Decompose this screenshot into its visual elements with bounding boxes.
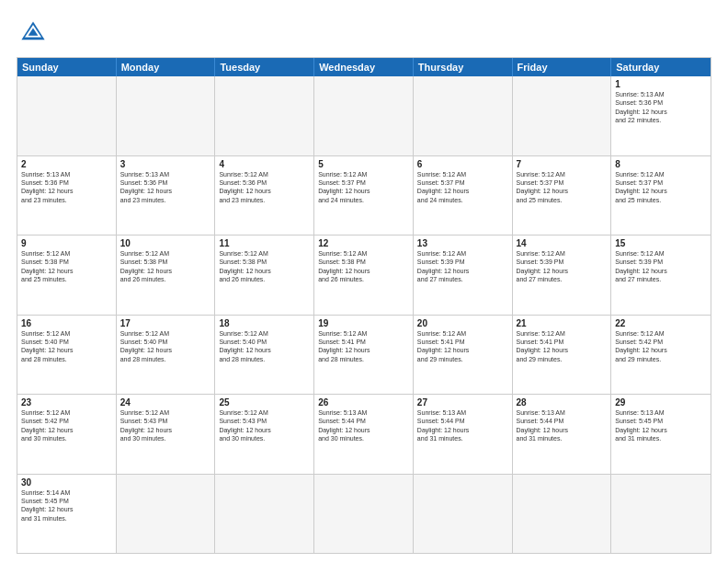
calendar-cell xyxy=(215,475,314,554)
day-number: 24 xyxy=(120,397,211,408)
calendar-cell: 30Sunrise: 5:14 AM Sunset: 5:45 PM Dayli… xyxy=(17,475,117,554)
day-number: 19 xyxy=(318,318,409,328)
day-number: 4 xyxy=(219,159,310,169)
weekday-header: Saturday xyxy=(611,58,711,76)
calendar-cell: 19Sunrise: 5:12 AM Sunset: 5:41 PM Dayli… xyxy=(314,316,414,395)
calendar-cell xyxy=(513,475,612,554)
day-info: Sunrise: 5:13 AM Sunset: 5:36 PM Dayligh… xyxy=(120,170,211,205)
day-number: 1 xyxy=(615,79,707,89)
day-number: 18 xyxy=(219,318,310,328)
day-number: 15 xyxy=(615,238,707,248)
day-info: Sunrise: 5:12 AM Sunset: 5:38 PM Dayligh… xyxy=(21,249,112,284)
calendar-cell xyxy=(611,475,711,554)
day-info: Sunrise: 5:13 AM Sunset: 5:44 PM Dayligh… xyxy=(517,408,608,443)
day-number: 17 xyxy=(120,318,211,328)
day-info: Sunrise: 5:12 AM Sunset: 5:40 PM Dayligh… xyxy=(219,329,310,364)
day-number: 26 xyxy=(318,397,409,408)
calendar-row: 30Sunrise: 5:14 AM Sunset: 5:45 PM Dayli… xyxy=(17,475,711,554)
day-number: 21 xyxy=(517,318,608,328)
day-info: Sunrise: 5:12 AM Sunset: 5:38 PM Dayligh… xyxy=(219,249,310,284)
calendar-cell: 10Sunrise: 5:12 AM Sunset: 5:38 PM Dayli… xyxy=(117,236,216,315)
calendar-cell: 5Sunrise: 5:12 AM Sunset: 5:37 PM Daylig… xyxy=(314,156,414,236)
day-info: Sunrise: 5:12 AM Sunset: 5:37 PM Dayligh… xyxy=(517,170,608,205)
calendar-cell: 22Sunrise: 5:12 AM Sunset: 5:42 PM Dayli… xyxy=(611,316,711,395)
day-info: Sunrise: 5:12 AM Sunset: 5:39 PM Dayligh… xyxy=(615,249,707,284)
weekday-header: Friday xyxy=(513,58,612,76)
page: SundayMondayTuesdayWednesdayThursdayFrid… xyxy=(0,0,728,563)
day-number: 22 xyxy=(615,318,707,328)
day-number: 3 xyxy=(120,159,211,169)
day-number: 9 xyxy=(21,238,112,248)
calendar-cell xyxy=(414,76,513,155)
day-info: Sunrise: 5:12 AM Sunset: 5:39 PM Dayligh… xyxy=(517,249,608,284)
calendar-cell: 7Sunrise: 5:12 AM Sunset: 5:37 PM Daylig… xyxy=(513,156,612,236)
calendar-cell xyxy=(17,76,117,155)
calendar-cell: 27Sunrise: 5:13 AM Sunset: 5:44 PM Dayli… xyxy=(414,395,513,474)
day-number: 6 xyxy=(417,159,508,169)
calendar-cell: 24Sunrise: 5:12 AM Sunset: 5:43 PM Dayli… xyxy=(117,395,216,474)
calendar-body: 1Sunrise: 5:13 AM Sunset: 5:36 PM Daylig… xyxy=(17,76,711,553)
day-info: Sunrise: 5:13 AM Sunset: 5:44 PM Dayligh… xyxy=(318,408,409,443)
calendar-cell: 20Sunrise: 5:12 AM Sunset: 5:41 PM Dayli… xyxy=(414,316,513,395)
day-info: Sunrise: 5:12 AM Sunset: 5:37 PM Dayligh… xyxy=(615,170,707,205)
calendar-cell: 8Sunrise: 5:12 AM Sunset: 5:37 PM Daylig… xyxy=(611,156,711,236)
day-number: 2 xyxy=(21,159,112,169)
day-number: 20 xyxy=(417,318,508,328)
day-info: Sunrise: 5:13 AM Sunset: 5:36 PM Dayligh… xyxy=(615,90,707,125)
logo xyxy=(17,17,53,50)
day-number: 14 xyxy=(517,238,608,248)
calendar-cell: 11Sunrise: 5:12 AM Sunset: 5:38 PM Dayli… xyxy=(215,236,314,315)
day-number: 11 xyxy=(219,238,310,248)
calendar-cell xyxy=(314,475,414,554)
day-number: 13 xyxy=(417,238,508,248)
day-number: 7 xyxy=(517,159,608,169)
calendar-cell: 1Sunrise: 5:13 AM Sunset: 5:36 PM Daylig… xyxy=(611,76,711,155)
day-number: 12 xyxy=(318,238,409,248)
calendar-cell: 18Sunrise: 5:12 AM Sunset: 5:40 PM Dayli… xyxy=(215,316,314,395)
day-info: Sunrise: 5:12 AM Sunset: 5:37 PM Dayligh… xyxy=(417,170,508,205)
day-info: Sunrise: 5:12 AM Sunset: 5:43 PM Dayligh… xyxy=(219,408,310,443)
day-info: Sunrise: 5:12 AM Sunset: 5:38 PM Dayligh… xyxy=(120,249,211,284)
day-info: Sunrise: 5:12 AM Sunset: 5:37 PM Dayligh… xyxy=(318,170,409,205)
calendar-cell: 6Sunrise: 5:12 AM Sunset: 5:37 PM Daylig… xyxy=(414,156,513,236)
day-number: 5 xyxy=(318,159,409,169)
calendar-cell xyxy=(117,76,216,155)
day-info: Sunrise: 5:13 AM Sunset: 5:45 PM Dayligh… xyxy=(615,408,707,443)
weekday-header: Thursday xyxy=(414,58,513,76)
calendar-cell xyxy=(117,475,216,554)
calendar-cell xyxy=(314,76,414,155)
calendar-cell: 25Sunrise: 5:12 AM Sunset: 5:43 PM Dayli… xyxy=(215,395,314,474)
calendar-cell: 17Sunrise: 5:12 AM Sunset: 5:40 PM Dayli… xyxy=(117,316,216,395)
calendar: SundayMondayTuesdayWednesdayThursdayFrid… xyxy=(17,57,711,554)
calendar-cell: 15Sunrise: 5:12 AM Sunset: 5:39 PM Dayli… xyxy=(611,236,711,315)
calendar-row: 2Sunrise: 5:13 AM Sunset: 5:36 PM Daylig… xyxy=(17,156,711,236)
calendar-cell xyxy=(513,76,612,155)
day-number: 28 xyxy=(517,397,608,408)
calendar-cell: 3Sunrise: 5:13 AM Sunset: 5:36 PM Daylig… xyxy=(117,156,216,236)
day-number: 23 xyxy=(21,397,112,408)
weekday-header: Sunday xyxy=(17,58,117,76)
day-info: Sunrise: 5:13 AM Sunset: 5:36 PM Dayligh… xyxy=(21,170,112,205)
day-number: 29 xyxy=(615,397,707,408)
calendar-cell: 21Sunrise: 5:12 AM Sunset: 5:41 PM Dayli… xyxy=(513,316,612,395)
weekday-header: Monday xyxy=(117,58,216,76)
day-info: Sunrise: 5:12 AM Sunset: 5:42 PM Dayligh… xyxy=(615,329,707,364)
calendar-header: SundayMondayTuesdayWednesdayThursdayFrid… xyxy=(17,58,711,76)
day-number: 30 xyxy=(21,477,112,488)
header xyxy=(17,17,711,50)
calendar-cell xyxy=(414,475,513,554)
calendar-cell: 2Sunrise: 5:13 AM Sunset: 5:36 PM Daylig… xyxy=(17,156,117,236)
calendar-cell: 4Sunrise: 5:12 AM Sunset: 5:36 PM Daylig… xyxy=(215,156,314,236)
day-number: 8 xyxy=(615,159,707,169)
weekday-header: Wednesday xyxy=(314,58,414,76)
calendar-row: 1Sunrise: 5:13 AM Sunset: 5:36 PM Daylig… xyxy=(17,76,711,156)
calendar-cell: 28Sunrise: 5:13 AM Sunset: 5:44 PM Dayli… xyxy=(513,395,612,474)
day-info: Sunrise: 5:12 AM Sunset: 5:39 PM Dayligh… xyxy=(417,249,508,284)
calendar-cell: 29Sunrise: 5:13 AM Sunset: 5:45 PM Dayli… xyxy=(611,395,711,474)
day-number: 10 xyxy=(120,238,211,248)
calendar-cell: 16Sunrise: 5:12 AM Sunset: 5:40 PM Dayli… xyxy=(17,316,117,395)
calendar-cell: 13Sunrise: 5:12 AM Sunset: 5:39 PM Dayli… xyxy=(414,236,513,315)
calendar-row: 16Sunrise: 5:12 AM Sunset: 5:40 PM Dayli… xyxy=(17,316,711,396)
day-info: Sunrise: 5:12 AM Sunset: 5:42 PM Dayligh… xyxy=(21,408,112,443)
calendar-cell xyxy=(215,76,314,155)
